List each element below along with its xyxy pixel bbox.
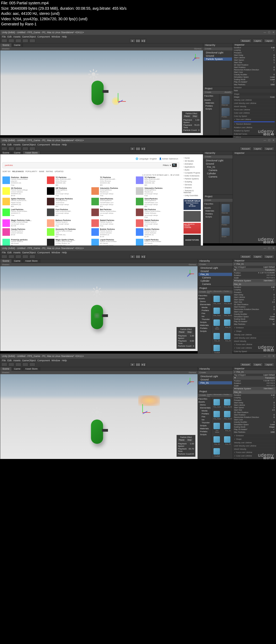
tree-item[interactable]: Scripts <box>198 330 211 333</box>
tree-item[interactable]: Elementals <box>198 303 211 306</box>
folder-icon[interactable] <box>222 120 230 128</box>
menu-gameobject[interactable]: GameObject <box>22 143 36 146</box>
menu-edit[interactable]: Edit <box>8 143 12 146</box>
account-dropdown[interactable]: Account <box>240 39 251 43</box>
menu-assets[interactable]: Assets <box>13 35 20 38</box>
tree-item[interactable]: Fire <box>198 415 211 418</box>
sort-updated[interactable]: UPDATED <box>55 171 64 172</box>
tree-item[interactable]: Ice <box>198 418 211 421</box>
scene-tab[interactable]: Scene <box>0 43 12 47</box>
tree-item[interactable]: Thunder <box>198 421 211 424</box>
sale-banner[interactable]: 74 HOUR SALE Medieval Animations Meg... … <box>184 199 201 210</box>
sort-popularity[interactable]: POPULARITY <box>25 171 37 172</box>
layout-dropdown[interactable]: Layout <box>264 39 274 43</box>
tree-item[interactable]: Elementals <box>198 406 211 409</box>
game-tab[interactable]: Game <box>12 151 23 154</box>
tree-item[interactable]: Scripts <box>198 424 211 427</box>
move-tool[interactable] <box>8 147 14 151</box>
tree-item[interactable]: Fire <box>198 312 211 315</box>
hand-tool[interactable] <box>1 39 7 43</box>
menu-assets[interactable]: Assets <box>13 143 20 146</box>
search-bar[interactable]: particles Filters ▾ 🔍 <box>2 162 179 168</box>
prefab-icon[interactable] <box>213 319 220 326</box>
folder-icon[interactable] <box>222 204 230 212</box>
open-editor-button[interactable]: Open Editor... <box>263 280 275 282</box>
menu-file[interactable]: File <box>2 35 6 38</box>
gizmos-dropdown[interactable]: Gizmos <box>194 47 201 50</box>
scene-tab[interactable]: Scene <box>0 151 12 154</box>
category-link[interactable]: › Unity Essentials <box>184 194 201 197</box>
capsule-object[interactable] <box>91 305 103 329</box>
inspector-section[interactable]: Velocity over Lifetime <box>233 98 276 101</box>
category-link[interactable]: › Scripting <box>184 180 201 183</box>
prefab-icon[interactable] <box>213 308 220 314</box>
scene-gizmo-icon[interactable] <box>190 53 201 63</box>
prefab-icon[interactable] <box>213 399 220 406</box>
asset-grid[interactable]: Fire_AuraFire_BombFire_FairyFire_StormFi… <box>211 294 234 356</box>
move-tool[interactable] <box>8 39 14 43</box>
prefab-icon[interactable] <box>224 399 230 406</box>
menu-window[interactable]: Window <box>51 35 60 38</box>
tree-item[interactable]: Materials <box>198 427 211 430</box>
prefab-icon[interactable] <box>213 423 220 429</box>
prefab-icon[interactable] <box>224 423 230 429</box>
category-link[interactable]: › Animation <box>184 162 201 165</box>
ad-banner[interactable]: apm SEARCH.LISTEN.LICENSE. <box>184 223 201 234</box>
folder-icon[interactable] <box>222 96 230 104</box>
scene-gizmo-icon[interactable] <box>185 268 195 279</box>
tree-item[interactable]: Prefabs <box>198 327 211 330</box>
inspector-section[interactable]: ✓ Random Between <box>233 122 276 126</box>
store-item[interactable]: Bat ParticlesParticle Systems/Wea...not … <box>91 209 135 218</box>
store-item[interactable]: Balloon ParticlesParticle Systemsnot eno… <box>47 219 90 227</box>
tree-item[interactable]: Media <box>198 306 211 309</box>
prefab-icon[interactable] <box>213 411 220 417</box>
prefab-icon[interactable] <box>224 319 230 326</box>
prefab-icon[interactable] <box>213 296 220 302</box>
store-item[interactable]: Rabbit ParticlesParticle Systemsnot enou… <box>136 219 179 227</box>
shape-section[interactable]: Shape <box>233 93 276 96</box>
step-button[interactable]: ▶❚ <box>141 39 146 43</box>
shaded-dropdown[interactable]: Shaded <box>2 47 9 50</box>
tree-item[interactable]: Demo <box>198 300 211 303</box>
folder-icon[interactable] <box>222 228 230 236</box>
store-item[interactable]: Hologram ParticlesScripting/EffectsJusti… <box>47 198 90 207</box>
store-item[interactable]: Leaf ParticlesParticle Systems/Wea...★★★… <box>2 209 46 218</box>
scale-tool[interactable] <box>22 39 28 43</box>
scene-viewport[interactable]: Particle Effect PauseStop Playback Speed… <box>0 374 198 459</box>
prefab-icon[interactable] <box>224 436 230 443</box>
capsule-object[interactable] <box>91 420 103 444</box>
menu-edit[interactable]: Edit <box>8 35 12 38</box>
minimize-icon[interactable]: — <box>264 139 266 142</box>
ad-banner[interactable] <box>184 211 201 222</box>
store-item[interactable]: TC ParticlesEditor Extensions/Eff...Arth… <box>136 176 179 186</box>
close-icon[interactable]: ✕ <box>272 31 275 34</box>
play-button[interactable]: ▶ <box>130 147 135 151</box>
menu-window[interactable]: Window <box>51 143 60 146</box>
game-tab[interactable]: Game <box>12 43 23 47</box>
tree-item[interactable]: Prefabs <box>198 412 211 415</box>
category-link[interactable]: › Shaders <box>184 186 201 189</box>
layers-dropdown[interactable]: Layers <box>253 39 263 43</box>
store-item[interactable]: Rabbit ParticlesParticle Systemsnot enou… <box>91 219 135 227</box>
project-tree[interactable]: Favorites Assets Materials Prefabs Scrip… <box>203 94 219 135</box>
scene-viewport[interactable]: Particle Effect Pause Stop Playback Spee… <box>0 50 203 135</box>
store-item[interactable]: Bubble ParticlesParticle SystemsUnluck S… <box>136 228 179 238</box>
store-item[interactable]: Candy ParticlesParticle SystemsUnluck So… <box>2 228 46 238</box>
prefab-icon[interactable] <box>213 333 220 339</box>
menu-file[interactable]: File <box>2 143 6 146</box>
hierarchy-list[interactable]: Directional Light Ground Particle System <box>203 50 233 87</box>
folder-icon[interactable] <box>222 216 230 224</box>
store-item[interactable]: Spline ParticlesParticle Systems/Oth...P… <box>2 198 46 207</box>
prefab-icon[interactable] <box>224 296 230 302</box>
step-button[interactable]: ▶❚ <box>141 147 146 151</box>
category-link[interactable]: › Editor Extensions <box>184 174 201 177</box>
prefab-icon[interactable] <box>213 436 220 443</box>
inspector-section[interactable]: Color by Speed <box>233 115 276 118</box>
asset-grid[interactable]: Fire_AuraFire_BombFire_FairyFire_StormFi… <box>211 397 234 459</box>
tree-item[interactable]: Media <box>198 409 211 412</box>
rect-tool[interactable] <box>29 39 35 43</box>
store-item[interactable]: Font ParticlesEditor Extensions/Eff...no… <box>47 209 90 218</box>
tree-item[interactable]: Ice <box>198 315 211 318</box>
inspector-section[interactable]: ✓ Size over Lifetime <box>233 118 276 121</box>
inspector-section[interactable]: Inherit Velocity <box>233 105 276 108</box>
